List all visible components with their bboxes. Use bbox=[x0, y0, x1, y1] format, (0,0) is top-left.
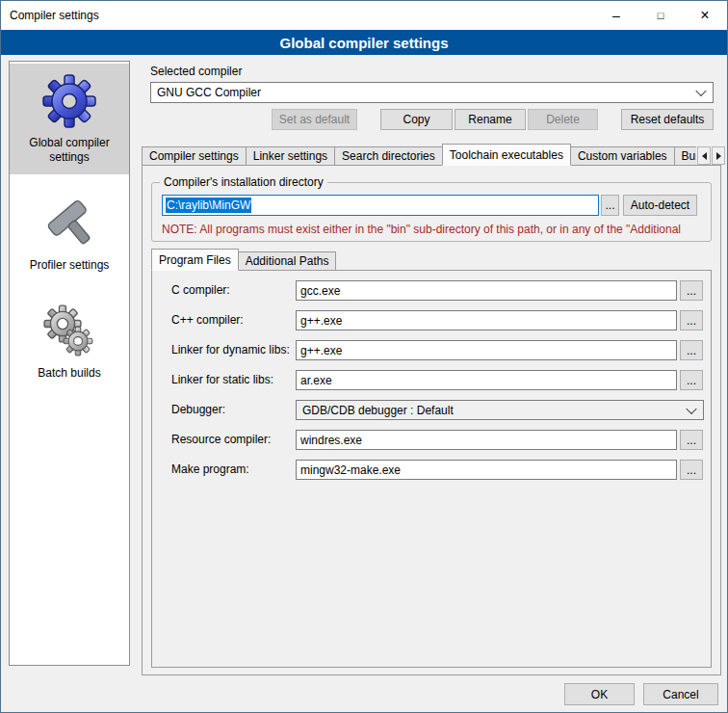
tab-label: Additional Paths bbox=[246, 254, 329, 268]
tab-label: Compiler settings bbox=[149, 149, 239, 163]
selected-compiler-value: GNU GCC Compiler bbox=[157, 86, 261, 99]
auto-detect-button[interactable]: Auto-detect bbox=[623, 195, 697, 216]
selected-compiler-dropdown[interactable]: GNU GCC Compiler bbox=[150, 82, 714, 103]
tab-scroll-controls bbox=[697, 146, 725, 165]
window-title: Compiler settings bbox=[1, 9, 99, 22]
resource-compiler-label: Resource compiler: bbox=[171, 430, 271, 450]
field-row-cpp-compiler: C++ compiler: ... bbox=[152, 310, 711, 330]
dynamic-linker-input[interactable] bbox=[296, 340, 677, 360]
delete-button: Delete bbox=[528, 109, 598, 130]
static-linker-label: Linker for static libs: bbox=[171, 370, 273, 390]
resource-compiler-browse-button[interactable]: ... bbox=[680, 430, 703, 450]
rename-button[interactable]: Rename bbox=[455, 109, 526, 130]
gear-icon bbox=[41, 73, 97, 129]
tab-label: Search directories bbox=[342, 149, 435, 163]
program-files-tabbar: Program Files Additional Paths bbox=[151, 249, 440, 271]
sidebar-item-label: Global compiler settings bbox=[12, 136, 127, 165]
left-arrow-icon bbox=[702, 152, 707, 160]
make-program-browse-button[interactable]: ... bbox=[680, 460, 703, 480]
static-linker-input[interactable] bbox=[296, 370, 677, 390]
minimize-button[interactable]: – bbox=[594, 1, 638, 30]
compiler-settings-window: Compiler settings – □ × Global compiler … bbox=[0, 0, 728, 713]
subtab-program-files[interactable]: Program Files bbox=[151, 249, 239, 271]
right-arrow-icon bbox=[716, 152, 721, 160]
debugger-label: Debugger: bbox=[171, 400, 225, 420]
tab-label: Toolchain executables bbox=[450, 148, 563, 162]
titlebar: Compiler settings – □ × bbox=[1, 1, 727, 30]
window-controls: – □ × bbox=[594, 1, 727, 30]
subtab-additional-paths[interactable]: Additional Paths bbox=[238, 251, 337, 271]
minimize-icon: – bbox=[612, 11, 620, 20]
tab-label: Custom variables bbox=[578, 149, 667, 163]
static-linker-browse-button[interactable]: ... bbox=[680, 370, 703, 390]
debugger-select[interactable]: GDB/CDB debugger : Default bbox=[296, 400, 704, 420]
batch-builds-gears-icon bbox=[41, 304, 97, 359]
maximize-button[interactable]: □ bbox=[638, 1, 683, 30]
tab-label: Program Files bbox=[159, 253, 231, 267]
close-button[interactable]: × bbox=[683, 1, 727, 30]
dynamic-linker-label: Linker for dynamic libs: bbox=[171, 340, 290, 360]
profiler-hammer-icon bbox=[41, 196, 97, 251]
dynamic-linker-browse-button[interactable]: ... bbox=[680, 340, 703, 360]
settings-tabbar: Compiler settings Linker settings Search… bbox=[142, 144, 696, 166]
tab-search-directories[interactable]: Search directories bbox=[334, 146, 443, 166]
tab-compiler-settings[interactable]: Compiler settings bbox=[142, 146, 247, 166]
cpp-compiler-label: C++ compiler: bbox=[171, 310, 244, 330]
tab-custom-variables[interactable]: Custom variables bbox=[570, 146, 675, 166]
installation-directory-legend: Compiler's installation directory bbox=[160, 175, 327, 189]
selected-compiler-label: Selected compiler bbox=[150, 65, 242, 78]
debugger-value: GDB/CDB debugger : Default bbox=[302, 404, 454, 417]
installation-directory-groupbox: Compiler's installation directory C:\ray… bbox=[151, 182, 712, 242]
install-dir-input[interactable]: C:\raylib\MinGW bbox=[162, 195, 599, 216]
c-compiler-browse-button[interactable]: ... bbox=[680, 280, 703, 301]
field-row-resource-compiler: Resource compiler: ... bbox=[152, 430, 711, 450]
cpp-compiler-input[interactable] bbox=[296, 310, 677, 330]
sidebar-item-global-compiler-settings[interactable]: Global compiler settings bbox=[10, 64, 129, 174]
field-row-c-compiler: C compiler: ... bbox=[152, 280, 711, 301]
set-as-default-button: Set as default bbox=[272, 109, 357, 130]
program-files-panel: C compiler: ... C++ compiler: ... Linker… bbox=[151, 270, 712, 668]
sidebar-item-batch-builds[interactable]: Batch builds bbox=[10, 294, 129, 390]
tab-scroll-right-button[interactable] bbox=[712, 146, 725, 165]
dialog-header: Global compiler settings bbox=[1, 30, 727, 55]
dropdown-arrow-icon bbox=[695, 86, 706, 96]
sidebar-item-profiler-settings[interactable]: Profiler settings bbox=[10, 186, 129, 282]
tab-toolchain-executables[interactable]: Toolchain executables bbox=[442, 144, 571, 166]
install-dir-browse-button[interactable]: ... bbox=[601, 195, 619, 216]
bin-subdirectory-note: NOTE: All programs must exist either in … bbox=[162, 223, 707, 236]
maximize-icon: □ bbox=[658, 10, 664, 21]
tab-scroll-left-button[interactable] bbox=[697, 146, 711, 165]
install-dir-value: C:\raylib\MinGW bbox=[166, 198, 251, 213]
field-row-make-program: Make program: ... bbox=[152, 460, 711, 480]
field-row-dynamic-linker: Linker for dynamic libs: ... bbox=[152, 340, 711, 360]
c-compiler-label: C compiler: bbox=[171, 280, 230, 301]
ok-button[interactable]: OK bbox=[564, 683, 635, 705]
cancel-button[interactable]: Cancel bbox=[643, 683, 718, 705]
reset-defaults-button[interactable]: Reset defaults bbox=[621, 109, 714, 130]
tab-build-options[interactable]: Buil bbox=[674, 146, 696, 166]
dialog-title: Global compiler settings bbox=[279, 35, 448, 51]
tab-label: Buil bbox=[682, 149, 696, 163]
resource-compiler-input[interactable] bbox=[296, 430, 677, 450]
sidebar-item-label: Profiler settings bbox=[30, 258, 110, 273]
make-program-input[interactable] bbox=[296, 460, 677, 480]
sidebar-item-label: Batch builds bbox=[38, 366, 100, 381]
field-row-static-linker: Linker for static libs: ... bbox=[152, 370, 711, 390]
c-compiler-input[interactable] bbox=[296, 280, 677, 301]
field-row-debugger: Debugger: GDB/CDB debugger : Default bbox=[152, 400, 711, 420]
dropdown-arrow-icon bbox=[686, 403, 696, 413]
tab-linker-settings[interactable]: Linker settings bbox=[246, 146, 335, 166]
copy-button[interactable]: Copy bbox=[380, 109, 453, 130]
settings-category-sidebar: Global compiler settings Profiler settin… bbox=[9, 61, 130, 666]
close-icon: × bbox=[700, 7, 709, 24]
make-program-label: Make program: bbox=[171, 460, 249, 480]
cpp-compiler-browse-button[interactable]: ... bbox=[680, 310, 703, 330]
tab-label: Linker settings bbox=[253, 149, 327, 163]
